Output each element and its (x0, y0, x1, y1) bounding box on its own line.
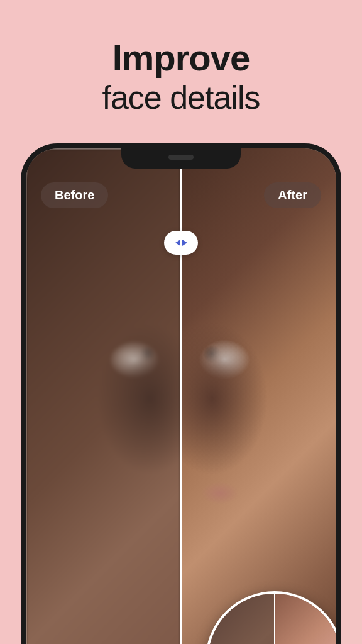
zoom-divider (274, 594, 275, 644)
after-badge: After (264, 182, 321, 208)
headline-bold: Improve (0, 38, 362, 78)
arrow-left-icon (175, 240, 180, 246)
before-image (26, 148, 181, 644)
headline-light: face details (0, 78, 362, 117)
after-image (181, 148, 336, 644)
phone-mockup: Before After (21, 143, 341, 644)
comparison-divider (180, 148, 182, 644)
before-badge: Before (41, 182, 108, 208)
arrow-right-icon (182, 240, 187, 246)
comparison-slider-handle[interactable] (164, 231, 198, 255)
phone-notch (168, 155, 194, 160)
headline: Improve face details (0, 0, 362, 117)
